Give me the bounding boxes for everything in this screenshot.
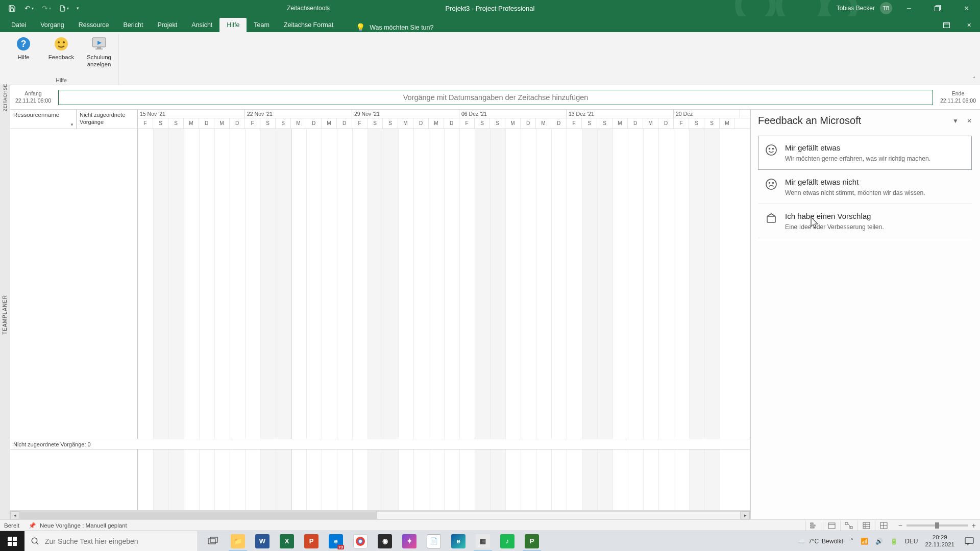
tray-time: 20:29 [925,534,954,541]
feedback-button[interactable]: Feedback [46,35,77,68]
teamplanner-vtab[interactable]: TEAMPLANER [0,110,10,519]
tray-clock[interactable]: 20:29 22.11.2021 [925,534,954,548]
svg-rect-19 [767,216,775,222]
taskbar-spotify[interactable]: ♪ [495,531,520,552]
taskbar-chrome[interactable] [348,531,373,552]
tab-bericht[interactable]: Bericht [116,18,151,32]
taskbar-project[interactable]: P [520,531,544,552]
tab-datei[interactable]: Datei [4,18,33,32]
day-header: D [521,118,536,129]
zoom-slider[interactable]: − + [898,521,976,530]
view-calendar-icon[interactable] [823,520,840,531]
close-inner-button[interactable]: ✕ [958,18,980,32]
taskbar-powerpoint[interactable]: P [299,531,324,552]
taskbar-notepad[interactable]: 📄 [422,531,446,552]
horizontal-scrollbar[interactable]: ◂ ▸ [10,510,750,519]
taskbar-excel[interactable]: X [275,531,299,552]
avatar[interactable]: TB [880,2,892,14]
day-header: D [628,118,643,129]
save-icon[interactable] [3,0,20,16]
svg-line-27 [848,523,851,528]
taskbar-app1[interactable]: ✦ [397,531,422,552]
view-resource-icon[interactable] [857,520,875,531]
task-view-icon[interactable] [201,531,226,552]
taskbar-search[interactable] [24,531,198,552]
restore-button[interactable] [926,0,949,16]
tray-battery-icon[interactable]: 🔋 [890,538,898,545]
zoom-out-icon[interactable]: − [898,521,902,530]
week-header: 22 Nov '21 [245,110,352,118]
tab-projekt[interactable]: Projekt [150,18,184,32]
pane-close-icon[interactable]: ✕ [967,117,972,124]
date-header: 15 Nov '2122 Nov '2129 Nov '2106 Dez '21… [138,110,750,129]
dropdown-icon[interactable]: ▼ [70,122,74,127]
start-button[interactable] [0,531,24,552]
timeline-box[interactable]: Vorgänge mit Datumsangaben der Zeitachse… [58,90,933,105]
tab-ansicht[interactable]: Ansicht [184,18,219,32]
tab-vorgang[interactable]: Vorgang [33,18,71,32]
document-title: Projekt3 - Project Professional [446,5,535,12]
taskbar-explorer[interactable]: 📁 [226,531,250,552]
tab-hilfe[interactable]: Hilfe [219,18,247,32]
planner-bottom[interactable] [10,449,750,510]
ribbon-display-button[interactable] [935,18,958,32]
planner-body[interactable] [10,129,750,439]
view-gantt-icon[interactable] [805,520,823,531]
planner-header: Ressourcenname ▼ Nicht zugeordnete Vorgä… [10,110,750,129]
tray-lang[interactable]: DEU [905,538,918,545]
scroll-thumb[interactable] [20,512,377,519]
search-input[interactable] [45,537,191,545]
collapse-ribbon-icon[interactable]: ˄ [973,76,976,83]
weather-widget[interactable]: ☁️ 7°C Bewölkt [798,538,843,545]
tab-zeitachse-format[interactable]: Zeitachse Format [277,18,340,32]
feedback-card-like[interactable]: Mir gefällt etwas Wir möchten gerne erfa… [758,136,972,170]
frown-icon [765,178,778,191]
day-header: M [505,118,521,129]
close-button[interactable]: ✕ [954,0,978,16]
taskbar-word[interactable]: W [250,531,275,552]
day-header: S [153,118,168,129]
tray-chevron-icon[interactable]: ˄ [850,538,853,545]
pane-options-icon[interactable]: ▼ [952,117,959,124]
tab-ressource[interactable]: Ressource [71,18,116,32]
minimize-button[interactable]: ─ [897,0,921,16]
feedback-suggestion-title: Ich habe einen Vorschlag [785,212,884,220]
column-unassigned[interactable]: Nicht zugeordnete Vorgänge [77,110,138,129]
tray-volume-icon[interactable]: 🔊 [875,538,883,545]
svg-point-15 [773,148,774,149]
redo-icon[interactable]: ↷ ▾ [38,0,55,16]
help-label: Hilfe [17,54,29,61]
tell-me-label: Was möchten Sie tun? [370,24,433,31]
zoom-in-icon[interactable]: + [972,521,976,530]
title-bar: ↶ ▾ ↷ ▾ ▾ ▾ Zeitachsentools Projekt3 - P… [0,0,980,16]
scroll-left-icon[interactable]: ◂ [10,511,19,519]
svg-point-41 [359,540,362,543]
day-header: F [352,118,368,129]
taskbar-edge[interactable]: e [446,531,471,552]
taskbar-app2[interactable]: ▦ [471,531,495,552]
feedback-label: Feedback [48,54,75,61]
help-button[interactable]: ? Hilfe [8,35,39,68]
scroll-track[interactable] [19,511,741,519]
timeline-vtab[interactable]: ZEITACHSE [0,85,10,110]
document-icon[interactable]: ▾ [55,0,72,16]
taskbar-edge-old[interactable]: e73 [324,531,348,552]
tell-me-search[interactable]: 💡 Was möchten Sie tun? [356,23,433,32]
feedback-card-suggestion[interactable]: Ich habe einen Vorschlag Eine Idee oder … [758,204,972,238]
status-new-tasks[interactable]: Neue Vorgänge : Manuell geplant [40,522,127,529]
feedback-card-dislike[interactable]: Mir gefällt etwas nicht Wenn etwas nicht… [758,170,972,204]
pin-icon[interactable]: 📌 [29,522,36,529]
undo-icon[interactable]: ↶ ▾ [20,0,38,16]
taskbar-obs[interactable]: ◉ [373,531,397,552]
tab-team[interactable]: Team [247,18,277,32]
notification-icon[interactable] [962,531,977,552]
training-button[interactable]: Schulung anzeigen [84,35,114,68]
qat-customize-icon[interactable]: ▾ [72,0,83,16]
svg-rect-12 [95,48,103,49]
view-network-icon[interactable] [840,520,857,531]
tray-network-icon[interactable]: 📶 [861,538,868,545]
scroll-right-icon[interactable]: ▸ [741,511,750,519]
view-report-icon[interactable] [875,520,892,531]
column-resource-name[interactable]: Ressourcenname ▼ [10,110,77,129]
day-header: S [276,118,291,129]
